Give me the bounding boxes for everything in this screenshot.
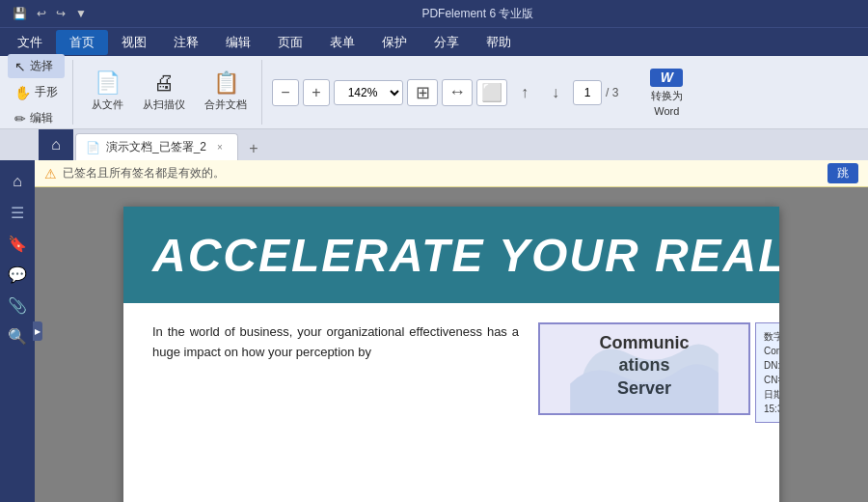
select-label: 选择 [30,58,53,74]
select-tool-button[interactable]: ↖ 选择 [8,54,65,78]
menu-item-protect[interactable]: 保护 [368,30,420,55]
tab-home-button[interactable]: ⌂ [39,129,73,160]
hand-icon: ✋ [14,85,31,100]
pdf-body: In the world of business, your organizat… [123,303,779,434]
menu-item-annotate[interactable]: 注释 [160,30,212,55]
merge-button[interactable]: 📋 合并文档 [196,64,256,122]
merge-label: 合并文档 [204,98,247,112]
select-icon: ↖ [14,59,26,74]
sidebar-thumbnail-button[interactable]: ☰ [4,199,31,226]
menu-item-edit[interactable]: 编辑 [212,30,264,55]
edit-label: 编辑 [30,110,53,126]
undo-icon[interactable]: ↩ [34,5,49,22]
menubar: 文件 首页 视图 注释 编辑 页面 表单 保护 分享 帮助 [0,27,868,56]
window-controls: 💾 ↩ ↪ ▼ [10,5,90,22]
tabbar: ⌂ 📄 演示文档_已签署_2 × + [0,129,868,160]
banner-text: ACCELERATE YOUR REAL ESTA [152,229,779,282]
from-scanner-label: 从扫描仪 [143,98,185,112]
home-icon: ⌂ [51,136,61,153]
app-title: PDFelement 6 专业版 [95,6,860,22]
sidebar-bookmark-button[interactable]: 🔖 [4,230,31,257]
signature-notification-bar: ⚠ 已签名且所有签名都是有效的。 跳 [35,160,868,187]
pdf-page: ACCELERATE YOUR REAL ESTA In the world o… [123,207,779,502]
editing-tools: ↖ 选择 ✋ 手形 ✏ 编辑 [8,60,73,125]
menu-item-form[interactable]: 表单 [316,30,368,55]
edit-icon: ✏ [14,111,26,126]
pdf-banner: ACCELERATE YOUR REAL ESTA [123,207,779,303]
left-sidebar: ⌂ ☰ 🔖 💬 📎 🔍 ▶ [0,160,35,502]
pdf-viewing-area: ACCELERATE YOUR REAL ESTA In the world o… [35,187,868,502]
edit-tool-button[interactable]: ✏ 编辑 [8,106,65,130]
tab-file-icon: 📄 [86,141,100,154]
merge-icon: 📋 [213,72,239,94]
save-icon[interactable]: 💾 [10,5,30,22]
fit-page-button[interactable]: ⊞ [407,79,438,106]
sig-info-text: 数字签名程序: Communications Server DN: CN=zho… [764,331,779,414]
sidebar-expand-button[interactable]: ▶ [33,321,42,341]
word-icon: W [650,69,683,87]
add-tab-button[interactable]: + [242,137,265,160]
jump-to-signature-button[interactable]: 跳 [827,163,858,183]
from-scanner-button[interactable]: 🖨 从扫描仪 [134,64,194,122]
zoom-select[interactable]: 142% 100% 75% 50% 200% [334,80,403,105]
toolbar: ↖ 选择 ✋ 手形 ✏ 编辑 📄 从文件 🖨 从扫描仪 📋 合并文档 − + [0,56,868,129]
map-background [540,324,748,413]
titlebar: 💾 ↩ ↪ ▼ PDFelement 6 专业版 [0,0,868,27]
from-file-label: 从文件 [92,98,123,112]
signature-block: CommunicationsServer [538,322,750,415]
sidebar-home-button[interactable]: ⌂ [4,168,31,195]
convert-sub-label: Word [654,105,679,117]
dropdown-icon[interactable]: ▼ [72,5,90,22]
next-page-button[interactable]: ↓ [542,79,569,106]
hand-tool-button[interactable]: ✋ 手形 [8,80,65,104]
sidebar-comment-button[interactable]: 💬 [4,261,31,288]
scanner-icon: 🖨 [153,72,175,94]
menu-item-help[interactable]: 帮助 [473,30,525,55]
tab-close-button[interactable]: × [212,140,228,155]
warning-icon: ⚠ [44,166,57,181]
zoom-out-button[interactable]: − [272,79,299,106]
convert-to-word-button[interactable]: W 转换为 Word [637,64,695,122]
menu-item-home[interactable]: 首页 [56,30,108,55]
sidebar-attachment-button[interactable]: 📎 [4,292,31,319]
from-file-button[interactable]: 📄 从文件 [83,64,132,122]
convert-label: 转换为 [651,89,683,103]
page-number-input[interactable] [573,80,602,105]
fit-width-button[interactable]: ↔ [442,79,473,106]
fullscreen-button[interactable]: ⬜ [476,79,507,106]
document-tab[interactable]: 📄 演示文档_已签署_2 × [75,133,238,160]
signature-info-popup: 数字签名程序: Communications Server DN: CN=zho… [755,322,779,423]
zoom-nav-section: − + 142% 100% 75% 50% 200% ⊞ ↔ ⬜ ↑ ↓ / 3 [266,60,624,125]
create-section: 📄 从文件 🖨 从扫描仪 📋 合并文档 [77,60,262,125]
total-pages: / 3 [606,86,618,99]
signature-message: 已签名且所有签名都是有效的。 [63,165,822,181]
convert-section: W 转换为 Word [628,60,701,125]
pdf-text-content: In the world of business, your organizat… [152,322,519,415]
main-content: ⚠ 已签名且所有签名都是有效的。 跳 ACCELERATE YOUR REAL … [35,160,868,502]
menu-item-file[interactable]: 文件 [4,30,56,55]
menu-item-page[interactable]: 页面 [264,30,316,55]
tab-label: 演示文档_已签署_2 [106,139,206,155]
redo-icon[interactable]: ↪ [53,5,68,22]
sidebar-search-button[interactable]: 🔍 [4,322,31,349]
pdf-signature-area: CommunicationsServer 数字签名程序: Communicati… [538,322,750,415]
menu-item-share[interactable]: 分享 [420,30,473,55]
zoom-in-button[interactable]: + [303,79,330,106]
hand-label: 手形 [35,84,58,100]
prev-page-button[interactable]: ↑ [511,79,538,106]
pdf-body-text: In the world of business, your organizat… [152,322,519,363]
menu-item-view[interactable]: 视图 [108,30,160,55]
from-file-icon: 📄 [95,72,121,94]
